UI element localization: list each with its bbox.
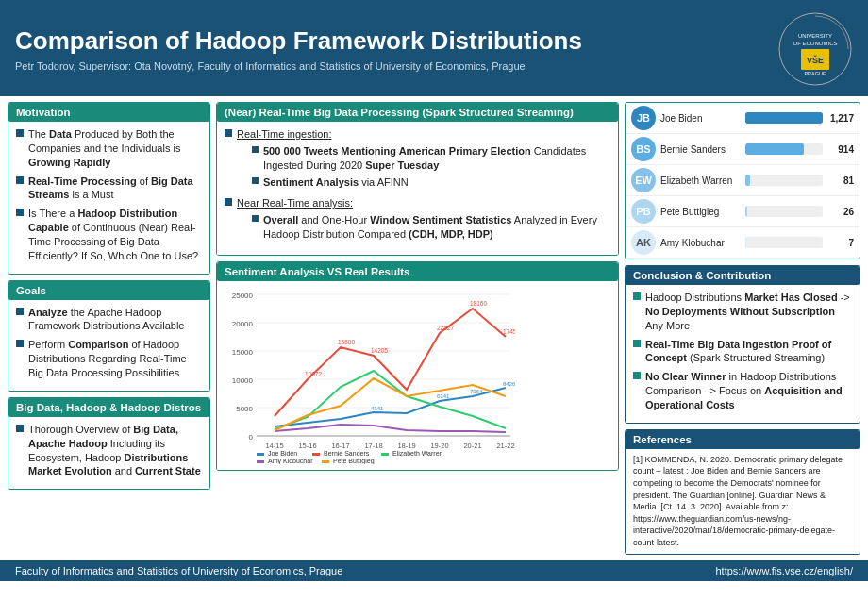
bullet-icon: [633, 340, 641, 347]
conclusion-text-1: Hadoop Distributions Market Has Closed -…: [645, 291, 852, 333]
goals-list: Analyze the Apache Hadoop Framework Dist…: [16, 306, 202, 380]
bullet-icon: [16, 129, 24, 137]
svg-text:Elizabeth Warren: Elizabeth Warren: [392, 450, 443, 457]
candidate-value-klobuchar: 7: [827, 238, 854, 248]
candidate-value-biden: 1,217: [827, 113, 854, 124]
references-text: [1] KOMMENDA, N. 2020. Democratic primar…: [633, 455, 843, 547]
page-footer: Faculty of Informatics and Statistics of…: [0, 560, 868, 581]
realtime-nearrt-text: Overall and One-Hour Window Sentiment St…: [263, 213, 610, 242]
svg-text:7064: 7064: [470, 389, 483, 394]
realtime-sub-text-1: 500 000 Tweets Mentioning American Prima…: [263, 144, 610, 173]
svg-text:16-17: 16-17: [331, 442, 349, 450]
bullet-icon: [225, 198, 232, 206]
motivation-text-3: Is There a Hadoop Distribution Capable o…: [28, 207, 202, 262]
realtime-nearrt-label: Near Real-Time analysis:: [237, 197, 353, 209]
svg-text:5000: 5000: [236, 405, 253, 413]
svg-text:10072: 10072: [305, 371, 322, 377]
candidate-name-biden: Joe Biden: [660, 113, 741, 124]
bullet-icon: [252, 177, 259, 184]
candidate-row-biden: JB Joe Biden 1,217: [626, 103, 860, 134]
candidates-section: JB Joe Biden 1,217 BS Bernie Sanders 914…: [625, 102, 860, 259]
conclusion-item-3: No Clear Winner in Hadoop Distributions …: [633, 370, 852, 412]
svg-text:20-21: 20-21: [463, 442, 481, 450]
bigdata-section: Big Data, Hadoop & Hadoop Distros Thorou…: [8, 397, 210, 490]
bullet-icon: [16, 425, 24, 432]
sentiment-chart-header: Sentiment Analysis VS Real Results: [217, 262, 618, 281]
realtime-nearrt-sublist: Overall and One-Hour Window Sentiment St…: [252, 213, 610, 242]
motivation-list: The Data Produced by Both the Companies …: [16, 127, 202, 263]
motivation-text-2: Real-Time Processing of Big Data Streams…: [28, 175, 202, 203]
realtime-nearrt-sub-1: Overall and One-Hour Window Sentiment St…: [252, 213, 610, 242]
candidate-bar-buttigieg: [745, 206, 747, 217]
sentiment-chart-body: 25000 20000 15000 10000 5000 0: [217, 281, 618, 470]
goals-header: Goals: [8, 281, 209, 300]
candidate-value-warren: 81: [827, 175, 854, 186]
candidate-bar-warren: [745, 175, 750, 186]
svg-text:OF ECONOMICS: OF ECONOMICS: [793, 41, 837, 46]
realtime-list: Real-Time ingestion: 500 000 Tweets Ment…: [225, 127, 610, 244]
realtime-ingestion-sublist: 500 000 Tweets Mentioning American Prima…: [252, 144, 610, 190]
conclusion-header: Conclusion & Contribution: [626, 266, 860, 285]
svg-text:15000: 15000: [232, 348, 254, 357]
candidate-row-buttigieg: PB Pete Buttigieg 26: [626, 196, 860, 227]
candidate-bar-container-klobuchar: [745, 237, 823, 248]
university-logo: UNIVERSITY OF ECONOMICS VŠE PRAGUE: [777, 11, 853, 87]
svg-text:Joe Biden: Joe Biden: [268, 450, 297, 457]
candidate-avatar-buttigieg: PB: [631, 199, 656, 224]
candidate-avatar-biden: JB: [631, 106, 656, 130]
motivation-header: Motivation: [8, 103, 209, 122]
svg-text:15-16: 15-16: [298, 442, 316, 450]
svg-rect-39: [312, 453, 320, 456]
realtime-sub-text-2: Sentiment Analysis via AFINN: [263, 175, 409, 190]
svg-text:UNIVERSITY: UNIVERSITY: [798, 33, 832, 39]
header-text: Comparison of Hadoop Framework Distribut…: [15, 26, 582, 71]
bigdata-body: Thorough Overview of Big Data, Apache Ha…: [8, 417, 209, 489]
bullet-icon: [252, 146, 259, 153]
candidate-value-buttigieg: 26: [827, 207, 854, 217]
svg-text:15688: 15688: [338, 339, 355, 345]
candidate-bar-container-warren: [745, 175, 823, 186]
motivation-section: Motivation The Data Produced by Both the…: [8, 102, 210, 275]
references-section: References [1] KOMMENDA, N. 2020. Democr…: [625, 429, 860, 555]
references-header: References: [626, 430, 860, 449]
svg-text:17-18: 17-18: [364, 442, 382, 450]
svg-rect-41: [381, 453, 389, 456]
motivation-body: The Data Produced by Both the Companies …: [8, 122, 209, 274]
svg-text:6141: 6141: [437, 393, 450, 399]
references-body: [1] KOMMENDA, N. 2020. Democratic primar…: [626, 449, 860, 554]
realtime-body: Real-Time ingestion: 500 000 Tweets Ment…: [217, 122, 618, 255]
bigdata-header: Big Data, Hadoop & Hadoop Distros: [8, 398, 209, 417]
candidate-row-warren: EW Elizabeth Warren 81: [626, 165, 860, 196]
realtime-item-2-content: Near Real-Time analysis: Overall and One…: [237, 196, 610, 244]
candidate-bar-container-sanders: [745, 143, 823, 155]
footer-right: https://www.fis.vse.cz/english/: [716, 565, 854, 576]
goals-section: Goals Analyze the Apache Hadoop Framewor…: [8, 280, 210, 392]
svg-text:25000: 25000: [232, 292, 254, 300]
realtime-item-1: Real-Time ingestion: 500 000 Tweets Ment…: [225, 127, 610, 192]
left-column: Motivation The Data Produced by Both the…: [8, 102, 210, 555]
svg-text:18160: 18160: [470, 300, 487, 307]
footer-left: Faculty of Informatics and Statistics of…: [15, 565, 342, 576]
svg-text:19-20: 19-20: [430, 442, 448, 450]
candidate-name-buttigieg: Pete Buttigieg: [660, 207, 741, 217]
svg-text:8426: 8426: [503, 381, 515, 387]
right-column: JB Joe Biden 1,217 BS Bernie Sanders 914…: [625, 102, 860, 555]
motivation-item-2: Real-Time Processing of Big Data Streams…: [16, 175, 202, 203]
motivation-item-3: Is There a Hadoop Distribution Capable o…: [16, 207, 202, 262]
svg-text:22527: 22527: [437, 325, 454, 331]
realtime-section: (Near) Real-Time Big Data Processing (Sp…: [216, 102, 619, 256]
page-header: Comparison of Hadoop Framework Distribut…: [0, 0, 868, 96]
candidate-bar-biden: [745, 112, 823, 124]
header-subtitle: Petr Todorov, Supervisor: Ota Novotný, F…: [15, 60, 582, 72]
svg-text:14-15: 14-15: [265, 442, 283, 450]
svg-text:21-22: 21-22: [496, 442, 514, 450]
candidate-avatar-klobuchar: AK: [631, 230, 656, 255]
motivation-text-1: The Data Produced by Both the Companies …: [28, 127, 202, 170]
svg-rect-45: [322, 460, 329, 463]
svg-text:Amy Klobuchar: Amy Klobuchar: [268, 458, 313, 464]
svg-text:Pete Buttigieg: Pete Buttigieg: [333, 458, 375, 464]
svg-text:14205: 14205: [371, 347, 388, 354]
bullet-icon: [252, 215, 259, 222]
conclusion-text-3: No Clear Winner in Hadoop Distributions …: [645, 370, 852, 412]
realtime-sub-1: 500 000 Tweets Mentioning American Prima…: [252, 144, 610, 173]
